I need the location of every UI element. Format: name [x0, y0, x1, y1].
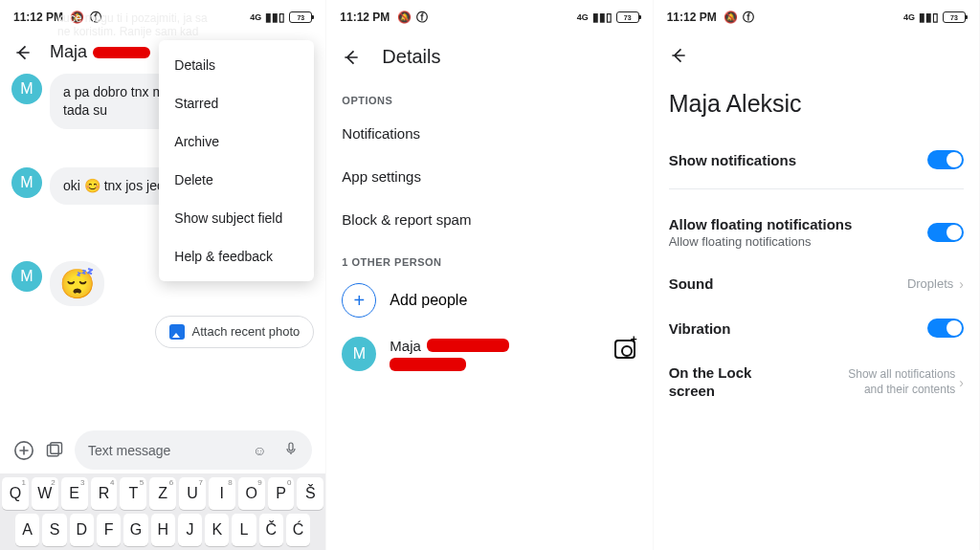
battery-icon: 73 [289, 11, 312, 23]
emoji-button[interactable]: ☺ [253, 443, 266, 458]
key-L[interactable]: L [232, 514, 256, 546]
floating-notifications-row[interactable]: Allow floating notifications Allow float… [654, 203, 979, 262]
page-title: Details [382, 46, 440, 68]
key-D[interactable]: D [70, 514, 94, 546]
svg-rect-1 [48, 445, 59, 456]
back-row [654, 34, 979, 80]
back-button[interactable] [669, 46, 688, 65]
row-sublabel: Allow floating notifications [669, 234, 853, 249]
chevron-right-icon: › [959, 276, 964, 292]
dnd-icon: 🔕 [724, 11, 738, 24]
key-R[interactable]: R4 [91, 477, 118, 510]
key-F[interactable]: F [97, 514, 121, 546]
lock-screen-row[interactable]: On the Lock screen Show all notification… [654, 351, 979, 414]
option-block-report-spam[interactable]: Block & report spam [326, 198, 652, 241]
option-notifications[interactable]: Notifications [326, 112, 652, 155]
menu-item-delete[interactable]: Delete [159, 161, 314, 199]
mic-button[interactable] [283, 440, 299, 460]
chat-title: Maja [50, 42, 87, 62]
add-button[interactable] [13, 440, 34, 461]
battery-icon: 73 [616, 11, 639, 23]
ghost-prev-text: kuce mogu ti i pozajmiti, ja sane korist… [57, 11, 297, 39]
back-button[interactable] [13, 43, 33, 62]
redacted-lastname [93, 47, 150, 58]
avatar[interactable]: M [11, 261, 42, 292]
redacted-phone [390, 358, 466, 371]
add-people-row[interactable]: + Add people [326, 274, 652, 327]
key-E[interactable]: E3 [61, 477, 88, 510]
divider [669, 188, 964, 189]
menu-item-details[interactable]: Details [159, 46, 314, 84]
add-icon: + [342, 283, 376, 318]
status-time: 11:12 PM [340, 11, 390, 24]
details-header: Details [326, 34, 652, 79]
back-button[interactable] [342, 48, 361, 67]
toggle-switch[interactable] [927, 150, 964, 169]
signal-icon: ▮▮▯ [592, 11, 612, 24]
menu-item-show-subject-field[interactable]: Show subject field [159, 199, 314, 237]
attach-recent-photo-button[interactable]: Attach recent photo [155, 316, 315, 348]
row-label: Show notifications [669, 152, 796, 168]
key-W[interactable]: W2 [32, 477, 58, 510]
sound-row[interactable]: Sound Droplets › [654, 262, 979, 305]
message-input[interactable]: Text message ☺ [75, 430, 312, 470]
key-K[interactable]: K [205, 514, 229, 546]
section-label-options: OPTIONS [326, 79, 652, 112]
toggle-switch[interactable] [927, 223, 964, 242]
volte-icon: 4G [577, 12, 589, 22]
key-I[interactable]: I8 [209, 477, 235, 510]
section-label-people: 1 OTHER PERSON [326, 241, 652, 274]
row-label: Vibration [669, 320, 731, 337]
row-value: Show all notifications and their content… [830, 367, 955, 397]
option-app-settings[interactable]: App settings [326, 155, 652, 198]
menu-item-help-feedback[interactable]: Help & feedback [159, 237, 314, 275]
menu-item-starred[interactable]: Starred [159, 84, 314, 122]
keyboard[interactable]: Q1W2E3R4T5Z6U7I8O9P0Š ASDFGHJKLČĆ [0, 473, 325, 550]
key-A[interactable]: A [15, 514, 39, 546]
attach-label: Attach recent photo [192, 324, 301, 339]
key-Ć[interactable]: Ć [286, 514, 310, 546]
person-row[interactable]: M Maja [326, 327, 652, 381]
status-bar: 11:12 PM 🔕 ⓕ 4G ▮▮▯ 73 [326, 0, 652, 34]
gallery-button[interactable] [44, 440, 65, 461]
avatar[interactable]: M [11, 74, 42, 104]
key-J[interactable]: J [178, 514, 202, 546]
key-U[interactable]: U7 [179, 477, 206, 510]
key-O[interactable]: O9 [238, 477, 265, 510]
facebook-icon: ⓕ [743, 11, 754, 24]
overflow-menu: DetailsStarredArchiveDeleteShow subject … [159, 40, 314, 281]
avatar[interactable]: M [11, 167, 42, 198]
screen-chat: kuce mogu ti i pozajmiti, ja sane korist… [0, 0, 326, 550]
message-bubble-emoji: 😴 [50, 261, 104, 306]
show-notifications-row[interactable]: Show notifications [654, 137, 979, 183]
avatar: M [342, 337, 376, 371]
row-label: On the Lock screen [669, 364, 774, 401]
screen-details: 11:12 PM 🔕 ⓕ 4G ▮▮▯ 73 Details OPTIONS N… [326, 0, 653, 550]
key-S[interactable]: S [42, 514, 66, 546]
dnd-icon: 🔕 [397, 11, 412, 24]
screen-notification-settings: 11:12 PM 🔕 ⓕ 4G ▮▮▯ 73 Maja Aleksic Show… [654, 0, 980, 550]
key-Q[interactable]: Q1 [2, 477, 29, 510]
status-bar: 11:12 PM 🔕 ⓕ 4G ▮▮▯ 73 [654, 0, 979, 34]
status-time: 11:12 PM [13, 11, 63, 24]
svg-rect-2 [51, 442, 62, 453]
picture-icon [169, 324, 185, 340]
row-label: Allow floating notifications [669, 216, 853, 232]
key-Z[interactable]: Z6 [149, 477, 176, 510]
page-title: Maja Aleksic [654, 80, 979, 137]
svg-rect-3 [289, 443, 293, 451]
status-time: 11:12 PM [667, 11, 717, 24]
vibration-row[interactable]: Vibration [654, 305, 979, 351]
toggle-switch[interactable] [927, 319, 964, 338]
camera-add-icon[interactable] [614, 340, 635, 359]
attach-suggestion-row: Attach recent photo [11, 316, 314, 348]
facebook-icon: ⓕ [416, 11, 428, 24]
message-placeholder: Text message [88, 443, 170, 458]
key-P[interactable]: P0 [268, 477, 295, 510]
key-Č[interactable]: Č [259, 514, 283, 546]
key-H[interactable]: H [151, 514, 175, 546]
menu-item-archive[interactable]: Archive [159, 122, 314, 161]
key-G[interactable]: G [123, 514, 147, 546]
key-T[interactable]: T5 [120, 477, 146, 510]
key-Š[interactable]: Š [297, 477, 323, 510]
